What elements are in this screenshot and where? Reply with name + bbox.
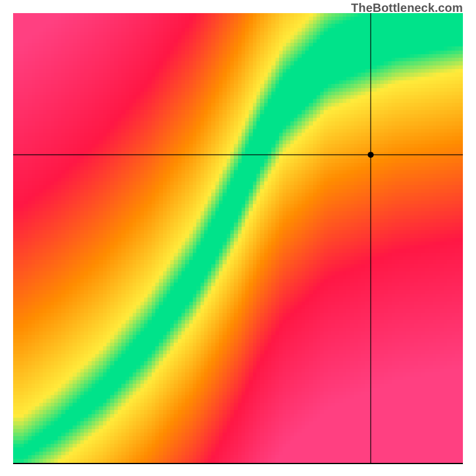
watermark-text: TheBottleneck.com bbox=[351, 1, 463, 15]
chart-container: TheBottleneck.com bbox=[0, 0, 476, 476]
bottleneck-heatmap bbox=[0, 0, 476, 476]
